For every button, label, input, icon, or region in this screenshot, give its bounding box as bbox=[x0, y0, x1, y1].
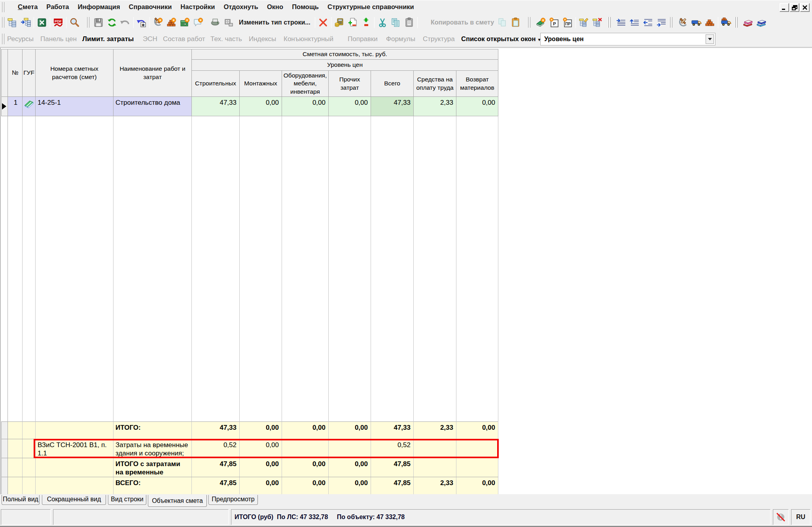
sum-labor[interactable]: 2,33 bbox=[414, 422, 456, 439]
sum2-mount[interactable]: 0,00 bbox=[240, 458, 282, 477]
refresh-icon[interactable] bbox=[105, 16, 119, 29]
toolbar-grip-2[interactable] bbox=[86, 17, 90, 28]
vsego-labor[interactable]: 2,33 bbox=[414, 477, 456, 495]
toolbar-grip-5[interactable] bbox=[669, 17, 673, 28]
toolbar-grip-1[interactable] bbox=[1, 17, 5, 28]
menu-spravochniki[interactable]: Справочники bbox=[125, 1, 176, 13]
panel-esn[interactable]: ЭСН bbox=[143, 35, 157, 43]
menu-pomosch[interactable]: Помощь bbox=[288, 1, 323, 13]
band-header-level[interactable]: Уровень цен bbox=[192, 60, 498, 71]
vzis-other[interactable] bbox=[329, 439, 371, 458]
tree-structure-icon[interactable] bbox=[6, 16, 19, 29]
sum2-code[interactable] bbox=[36, 458, 114, 477]
vsego-total[interactable]: 47,85 bbox=[371, 477, 414, 495]
tab-sokraschenny-vid[interactable]: Сокращенный вид bbox=[42, 495, 106, 505]
vzis-label[interactable]: Затраты на временные здания и сооружения… bbox=[114, 439, 192, 458]
works-settings-icon[interactable] bbox=[151, 16, 165, 29]
save-icon[interactable] bbox=[92, 16, 105, 29]
vzis-return[interactable] bbox=[456, 439, 498, 458]
close-button[interactable] bbox=[800, 3, 810, 12]
table-row[interactable]: 1 14-25-1 Строительство дома 47,33 0,00 … bbox=[2, 97, 498, 116]
panel-indeksy[interactable]: Индексы bbox=[249, 35, 276, 43]
document-add-remove-icon[interactable] bbox=[346, 16, 360, 29]
vzis-total[interactable]: 0,52 bbox=[371, 439, 414, 458]
sum2-equip[interactable]: 0,00 bbox=[282, 458, 329, 477]
toolbar-grip-7[interactable] bbox=[1, 34, 5, 44]
menubar-grip[interactable] bbox=[1, 2, 5, 12]
sum2-total[interactable]: 47,85 bbox=[371, 458, 414, 477]
price-pr-icon[interactable]: ПР bbox=[561, 16, 574, 29]
indent-up-icon[interactable] bbox=[628, 16, 641, 29]
col-header-return[interactable]: Возврат материалов bbox=[456, 71, 498, 97]
menu-strukturnye[interactable]: Структурные справочники bbox=[323, 1, 418, 13]
tab-predprosmotr[interactable]: Предпросмотр bbox=[208, 495, 258, 505]
summary-row-itogo-vzis[interactable]: ИТОГО с затратами на временные 47,85 0,0… bbox=[2, 458, 498, 477]
col-header-numbers[interactable]: Номера сметных расчетов (смет) bbox=[36, 49, 114, 97]
menu-otdohnut[interactable]: Отдохнуть bbox=[219, 1, 263, 13]
add-remove-icon[interactable] bbox=[360, 16, 373, 29]
panel-limit-zatraty[interactable]: Лимит. затраты bbox=[82, 35, 134, 43]
status-panel-language[interactable]: RU bbox=[791, 509, 810, 525]
sum2-build[interactable]: 47,85 bbox=[192, 458, 240, 477]
band-header-cost[interactable]: Сметная стоимость, тыс. руб. bbox=[192, 49, 498, 60]
vsego-label[interactable]: ВСЕГО: bbox=[114, 477, 192, 495]
tab-obyektnaya-smeta[interactable]: Объектная смета bbox=[148, 495, 207, 507]
pdf-export-icon[interactable]: PDF bbox=[51, 16, 65, 29]
tab-polny-vid[interactable]: Полный вид bbox=[2, 495, 40, 505]
materials-settings-icon[interactable] bbox=[165, 16, 178, 29]
col-header-mount[interactable]: Монтажных bbox=[240, 71, 282, 97]
indent-first-icon[interactable] bbox=[614, 16, 628, 29]
excel-export-icon[interactable] bbox=[35, 16, 49, 29]
indent-left-icon[interactable] bbox=[641, 16, 655, 29]
cell-equip[interactable]: 0,00 bbox=[282, 97, 329, 116]
menu-okno[interactable]: Окно bbox=[263, 1, 288, 13]
cut-icon[interactable] bbox=[376, 16, 389, 29]
cell-return[interactable]: 0,00 bbox=[456, 97, 498, 116]
price-p-icon[interactable]: Р bbox=[547, 16, 561, 29]
vzis-mount[interactable]: 0,00 bbox=[240, 439, 282, 458]
search-icon[interactable] bbox=[68, 16, 81, 29]
copy-icon[interactable] bbox=[389, 16, 403, 29]
col-header-equip[interactable]: Оборудования, мебели, инвентаря bbox=[282, 71, 329, 97]
cell-build[interactable]: 47,33 bbox=[192, 97, 240, 116]
toolbar-grip-3[interactable] bbox=[527, 17, 531, 28]
sum2-other[interactable]: 0,00 bbox=[329, 458, 371, 477]
calculator-costs-icon[interactable] bbox=[333, 16, 346, 29]
copy-to-estimate-button[interactable]: Копировать в смету bbox=[429, 19, 496, 26]
bricks-icon[interactable] bbox=[703, 16, 717, 29]
panel-teh-chast[interactable]: Тех. часть bbox=[210, 35, 242, 43]
book-settings-icon[interactable] bbox=[534, 16, 547, 29]
menu-nastroyki[interactable]: Настройки bbox=[176, 1, 219, 13]
vzis-code[interactable]: ВЗиС ТСН-2001 В1, п. 1.1 bbox=[36, 439, 114, 458]
works-tools-icon[interactable] bbox=[676, 16, 690, 29]
restore-button[interactable] bbox=[790, 3, 799, 12]
truck-icon[interactable] bbox=[690, 16, 703, 29]
menu-rabota[interactable]: Работа bbox=[42, 1, 73, 13]
panel-resursy[interactable]: Ресурсы bbox=[7, 35, 34, 43]
open-windows-list-button[interactable]: Список открытых окон▼ bbox=[461, 35, 541, 43]
vsego-return[interactable]: 0,00 bbox=[456, 477, 498, 495]
vsego-mount[interactable]: 0,00 bbox=[240, 477, 282, 495]
panel-formuly[interactable]: Формулы bbox=[386, 35, 415, 43]
tree-delete-icon[interactable] bbox=[591, 16, 604, 29]
indent-right-icon[interactable] bbox=[655, 16, 668, 29]
col-header-other[interactable]: Прочих затрат bbox=[329, 71, 371, 97]
vzis-build[interactable]: 0,52 bbox=[192, 439, 240, 458]
cell-name[interactable]: Строительство дома bbox=[114, 97, 192, 116]
truck-loaded-icon[interactable] bbox=[719, 16, 733, 29]
panel-popravki[interactable]: Поправки bbox=[348, 35, 378, 43]
undo-window-icon[interactable]: ✱ bbox=[135, 16, 148, 29]
cell-code[interactable]: 14-25-1 bbox=[36, 97, 114, 116]
sum-return[interactable]: 0,00 bbox=[456, 422, 498, 439]
sum2-labor[interactable] bbox=[414, 458, 456, 477]
price-level-combobox[interactable]: Уровень цен bbox=[540, 33, 715, 45]
tab-vid-stroki[interactable]: Вид строки bbox=[108, 495, 146, 505]
combobox-dropdown-icon[interactable] bbox=[706, 34, 714, 44]
cell-total[interactable]: 47,33 bbox=[371, 97, 414, 116]
paste-special-icon[interactable] bbox=[509, 16, 522, 29]
change-row-type-button[interactable]: Изменить тип строки... bbox=[236, 19, 314, 26]
vsego-build[interactable]: 47,85 bbox=[192, 477, 240, 495]
cell-mount[interactable]: 0,00 bbox=[240, 97, 282, 116]
summary-row-itogo[interactable]: ИТОГО: 47,33 0,00 0,00 0,00 47,33 2,33 0… bbox=[2, 422, 498, 439]
delete-row-icon[interactable] bbox=[316, 16, 330, 29]
